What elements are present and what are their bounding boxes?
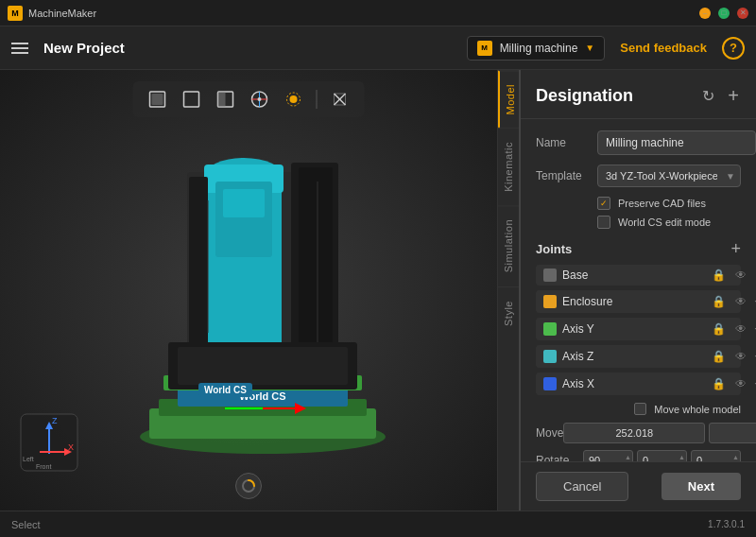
panel-add-button[interactable]: + (726, 83, 741, 109)
rotate-inputs: ▲ ▼ ▲ ▼ ▲ (583, 450, 741, 461)
joint-color-axis-x (543, 377, 557, 390)
joint-color-enclosure (543, 295, 557, 308)
joint-color-axis-y (543, 322, 557, 336)
joint-name-base[interactable] (562, 268, 704, 282)
move-whole-model-checkbox[interactable] (634, 403, 646, 415)
panel-title: Designation (536, 86, 633, 106)
svg-rect-48 (636, 405, 645, 414)
panel-footer: Cancel Next (521, 461, 756, 511)
feedback-button[interactable]: Send feedback (612, 37, 714, 59)
next-button[interactable]: Next (662, 473, 741, 500)
joint-visible-axis-z[interactable]: 👁 (733, 350, 748, 363)
move-y-input[interactable] (709, 423, 756, 443)
joint-lock-axis-y[interactable]: 🔒 (710, 322, 728, 336)
world-cs-edit-checkbox[interactable] (597, 216, 610, 229)
joint-lock-axis-z[interactable]: 🔒 (710, 350, 728, 363)
joint-visible-enclosure[interactable]: 👁 (733, 295, 748, 308)
svg-text:Z: Z (52, 416, 58, 425)
rotate-row: Rotate ▲ ▼ ▲ ▼ (536, 450, 741, 461)
rotate-z-wrap: ▲ ▼ (691, 450, 741, 461)
preserve-cad-label: Preserve CAD files (618, 198, 706, 209)
move-whole-model-label: Move whole model (654, 404, 741, 415)
joint-row-enclosure: 🔒 👁 − (536, 290, 741, 313)
cancel-button[interactable]: Cancel (536, 472, 628, 501)
toolbar: New Project M Milling machine ▼ Send fee… (0, 26, 756, 70)
joint-row-axis-z: 🔒 👁 − (536, 345, 741, 368)
rotate-z-spinners[interactable]: ▲ ▼ (732, 450, 739, 461)
rotate-y-wrap: ▲ ▼ (637, 450, 687, 461)
joint-name-axis-y[interactable] (562, 322, 704, 336)
svg-text:X: X (68, 442, 74, 452)
tab-model[interactable]: Model (498, 70, 519, 128)
rotate-x-wrap: ▲ ▼ (583, 450, 633, 461)
joint-name-enclosure[interactable] (562, 295, 704, 308)
machine-selector[interactable]: M Milling machine ▼ (467, 36, 606, 61)
joint-visible-axis-y[interactable]: 👁 (733, 322, 748, 336)
refresh-button[interactable]: ↻ (700, 85, 716, 107)
joint-name-axis-z[interactable] (562, 350, 704, 363)
close-button[interactable]: ✕ (737, 8, 748, 19)
world-cs-edit-label: World CS edit mode (618, 217, 711, 228)
joints-title: Joints (536, 242, 572, 256)
template-label: Template (536, 169, 597, 182)
move-whole-model-row: Move whole model (536, 403, 741, 415)
tab-simulation[interactable]: Simulation (498, 205, 519, 286)
rotate-z-up[interactable]: ▲ (732, 454, 739, 460)
joints-section-header: Joints + (536, 240, 741, 257)
name-row: Name (536, 130, 741, 155)
name-input[interactable] (597, 130, 756, 155)
joint-lock-enclosure[interactable]: 🔒 (710, 295, 728, 308)
tab-kinematic[interactable]: Kinematic (498, 128, 519, 205)
joint-row-axis-x: 🔒 👁 − (536, 372, 741, 395)
rotate-y-spinners[interactable]: ▲ ▼ (679, 450, 685, 461)
rotate-y-up[interactable]: ▲ (679, 454, 685, 460)
titlebar-controls[interactable]: – □ ✕ (699, 8, 748, 19)
rotate-x-down[interactable]: ▼ (625, 461, 631, 462)
preserve-cad-checkbox[interactable]: ✓ (597, 197, 610, 210)
maximize-button[interactable]: □ (718, 8, 730, 19)
rotate-z-down[interactable]: ▼ (732, 461, 739, 462)
hamburger-line (11, 52, 28, 54)
tab-style[interactable]: Style (498, 286, 519, 339)
hamburger-menu[interactable] (11, 43, 28, 54)
template-select[interactable]: 3d YZ-Tool X-Workpiece (597, 165, 741, 187)
app-title: MachineMaker (28, 8, 96, 19)
joint-lock-axis-x[interactable]: 🔒 (710, 377, 728, 390)
svg-rect-29 (223, 189, 265, 217)
template-row: Template 3d YZ-Tool X-Workpiece ▼ (536, 165, 741, 187)
move-label: Move (536, 426, 563, 440)
titlebar-left: M MachineMaker (8, 6, 96, 21)
joint-row-base: 🔒 👁 (536, 265, 741, 286)
joint-lock-base[interactable]: 🔒 (710, 268, 728, 282)
joints-add-button[interactable]: + (730, 240, 741, 257)
viewport[interactable]: World CS (0, 70, 497, 511)
panel-header: Designation ↻ + (521, 70, 756, 119)
rotate-x-spinners[interactable]: ▲ ▼ (625, 450, 631, 461)
panel-content: Name Template 3d YZ-Tool X-Workpiece ▼ ✓… (521, 119, 756, 461)
preserve-cad-row: ✓ Preserve CAD files (536, 197, 741, 210)
axes-gizmo: Z X Left Front (19, 412, 79, 473)
hamburger-line (11, 43, 28, 44)
rotate-x-up[interactable]: ▲ (625, 454, 631, 460)
world-cs-edit-row: World CS edit mode (536, 216, 741, 229)
name-label: Name (536, 136, 597, 149)
joint-name-axis-x[interactable] (562, 377, 704, 390)
svg-text:Left: Left (23, 456, 34, 462)
move-inputs (563, 423, 756, 443)
toolbar-left: New Project (11, 40, 125, 56)
side-tabs: Model Kinematic Simulation Style (497, 70, 520, 511)
minimize-button[interactable]: – (699, 8, 711, 19)
template-select-wrap: 3d YZ-Tool X-Workpiece ▼ (597, 165, 741, 187)
app-logo: M (8, 6, 23, 21)
statusbar: Select 1.7.3.0.1 (0, 511, 756, 537)
help-button[interactable]: ? (722, 37, 745, 60)
rotate-y-down[interactable]: ▼ (679, 461, 685, 462)
status-coords: 1.7.3.0.1 (708, 519, 745, 529)
joint-visible-axis-x[interactable]: 👁 (733, 377, 748, 390)
joint-visible-base[interactable]: 👁 (733, 268, 748, 282)
machine-illustration: World CS (38, 117, 488, 454)
joint-color-axis-z (543, 350, 557, 363)
move-x-input[interactable] (563, 423, 705, 443)
joint-color-base (543, 268, 557, 282)
toolbar-center: M Milling machine ▼ Send feedback ? (467, 36, 745, 61)
